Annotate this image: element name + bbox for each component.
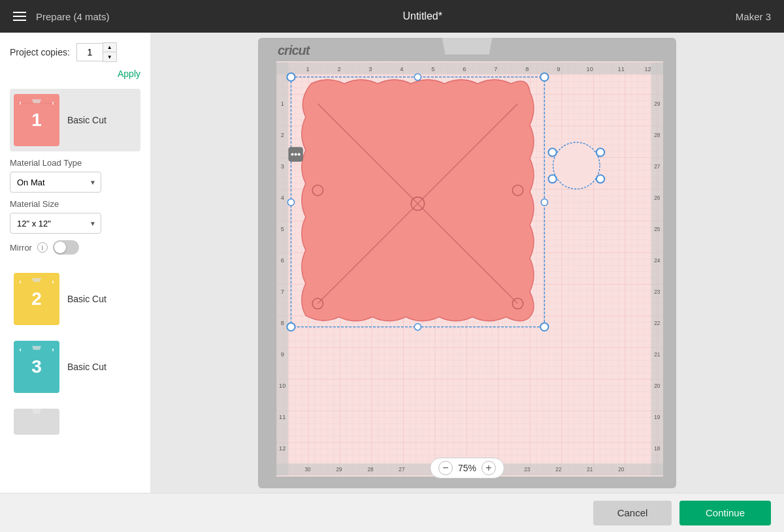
zoom-percent: 75% — [458, 463, 476, 473]
header-left: Prepare (4 mats) — [13, 11, 110, 22]
mat-thumbnail-4 — [14, 409, 59, 435]
doc-title: Untitled* — [402, 10, 442, 22]
svg-point-82 — [414, 323, 421, 330]
material-load-type-label: Material Load Type — [10, 158, 140, 168]
mat-thumbnail-1: 1 — [14, 94, 59, 146]
svg-text:24: 24 — [654, 257, 661, 263]
svg-text:21: 21 — [587, 467, 593, 473]
material-load-type-section: Material Load Type On Mat Roll Feed ▼ — [10, 158, 140, 193]
copies-input[interactable] — [76, 43, 103, 61]
svg-text:2: 2 — [337, 65, 340, 72]
svg-text:10: 10 — [279, 382, 286, 388]
mat-label-1: Basic Cut — [67, 115, 106, 125]
svg-text:8: 8 — [281, 319, 284, 326]
svg-point-81 — [414, 73, 421, 80]
svg-marker-14 — [32, 409, 41, 414]
svg-marker-4 — [32, 99, 41, 103]
svg-point-84 — [541, 198, 547, 205]
svg-text:5: 5 — [281, 225, 284, 232]
svg-text:22: 22 — [555, 467, 562, 473]
svg-text:3: 3 — [281, 163, 284, 169]
mat-item-3[interactable]: 3 Basic Cut — [10, 336, 140, 398]
svg-text:12: 12 — [279, 445, 286, 451]
mat-inner: 1 2 3 4 5 6 7 8 9 10 11 12 1 2 — [276, 61, 663, 477]
material-size-select[interactable]: 12" x 12" 12" x 24" Custom — [10, 213, 101, 234]
svg-marker-10 — [32, 346, 41, 350]
mat-num-1: 1 — [31, 110, 42, 131]
svg-text:1: 1 — [306, 65, 309, 72]
svg-point-93 — [295, 153, 297, 155]
mirror-info-icon[interactable]: i — [37, 242, 48, 253]
svg-rect-18 — [276, 62, 663, 74]
svg-text:9: 9 — [281, 351, 284, 357]
svg-text:29: 29 — [336, 467, 342, 473]
svg-text:21: 21 — [654, 351, 661, 357]
mat-label-2: Basic Cut — [67, 294, 106, 304]
mirror-label: Mirror — [10, 243, 32, 253]
mirror-row: Mirror i — [10, 240, 140, 255]
material-size-label: Material Size — [10, 199, 140, 209]
svg-text:28: 28 — [654, 132, 661, 138]
copies-down-button[interactable]: ▼ — [103, 52, 116, 61]
svg-point-92 — [291, 153, 293, 155]
main-layout: Project copies: ▲ ▼ Apply — [0, 33, 784, 493]
svg-point-77 — [287, 72, 295, 80]
copies-up-button[interactable]: ▲ — [103, 43, 116, 52]
mat-handle — [441, 38, 493, 55]
svg-text:19: 19 — [654, 414, 661, 420]
svg-text:27: 27 — [399, 467, 405, 473]
svg-text:23: 23 — [524, 467, 531, 473]
hamburger-icon[interactable] — [13, 12, 26, 21]
material-load-type-select[interactable]: On Mat Roll Feed — [10, 172, 101, 193]
zoom-controls: − 75% + — [430, 458, 504, 478]
footer: Cancel Continue — [0, 493, 784, 532]
project-copies-row: Project copies: ▲ ▼ — [10, 42, 140, 62]
mat-label-3: Basic Cut — [67, 362, 106, 372]
svg-point-89 — [548, 175, 556, 183]
mat-item-4[interactable] — [10, 403, 140, 440]
device-label: Maker 3 — [736, 11, 771, 22]
svg-text:4: 4 — [281, 194, 284, 200]
sidebar: Project copies: ▲ ▼ Apply — [0, 33, 150, 493]
svg-text:18: 18 — [654, 445, 661, 451]
svg-text:4: 4 — [400, 65, 403, 72]
svg-text:20: 20 — [654, 383, 661, 388]
svg-point-88 — [596, 148, 604, 156]
svg-text:29: 29 — [654, 101, 661, 106]
continue-button[interactable]: Continue — [679, 501, 771, 525]
mat-item-1[interactable]: 1 Basic Cut — [10, 89, 140, 151]
svg-text:28: 28 — [367, 467, 374, 473]
svg-text:23: 23 — [654, 289, 661, 294]
svg-text:11: 11 — [618, 65, 625, 72]
mat-item-2[interactable]: 2 Basic Cut — [10, 268, 140, 330]
svg-text:11: 11 — [279, 413, 286, 420]
mirror-toggle[interactable] — [53, 240, 79, 255]
svg-text:9: 9 — [557, 65, 560, 72]
zoom-minus-button[interactable]: − — [438, 461, 453, 475]
svg-point-87 — [548, 148, 556, 156]
svg-text:25: 25 — [654, 226, 661, 232]
svg-text:7: 7 — [281, 288, 284, 294]
svg-text:6: 6 — [463, 65, 466, 72]
mat-thumbnail-2: 2 — [14, 273, 59, 325]
mat-num-3: 3 — [31, 356, 42, 377]
svg-point-83 — [287, 198, 294, 205]
content-area: cricut — [150, 33, 784, 493]
cancel-button[interactable]: Cancel — [593, 501, 672, 525]
svg-text:30: 30 — [304, 467, 311, 473]
svg-rect-20 — [651, 62, 663, 475]
mat-num-2: 2 — [31, 289, 42, 309]
svg-text:12: 12 — [644, 65, 651, 72]
window-title: Prepare (4 mats) — [36, 11, 110, 22]
svg-text:26: 26 — [654, 195, 661, 200]
svg-text:7: 7 — [494, 65, 497, 72]
svg-text:20: 20 — [618, 467, 625, 473]
svg-text:6: 6 — [281, 257, 284, 263]
svg-point-90 — [596, 175, 604, 183]
material-size-section: Material Size 12" x 12" 12" x 24" Custom… — [10, 199, 140, 234]
svg-point-94 — [298, 153, 301, 155]
material-load-type-select-wrap: On Mat Roll Feed ▼ — [10, 172, 101, 193]
zoom-plus-button[interactable]: + — [482, 461, 496, 475]
mat-thumbnail-3: 3 — [14, 341, 59, 393]
apply-button[interactable]: Apply — [10, 69, 140, 79]
